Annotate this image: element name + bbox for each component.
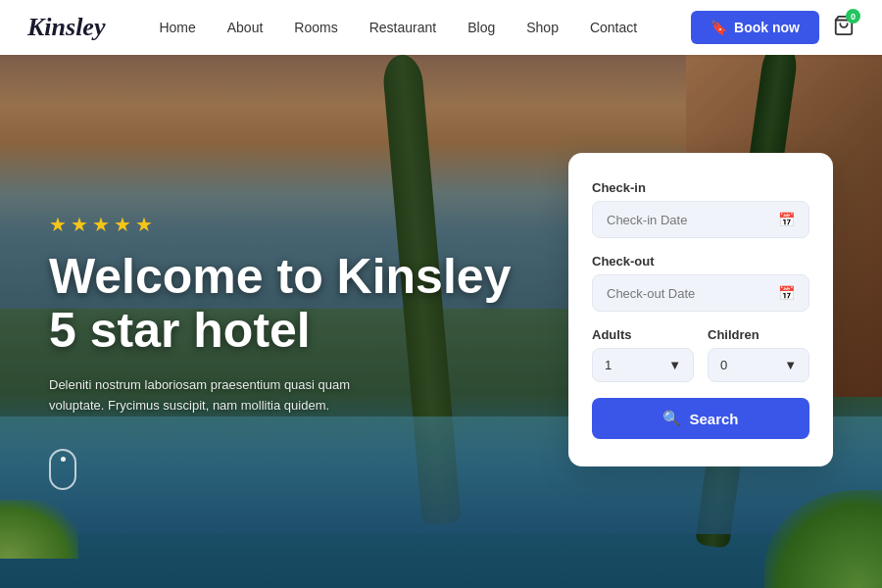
scroll-indicator[interactable]	[49, 449, 76, 490]
hero-content: ★ ★ ★ ★ ★ Welcome to Kinsley 5 star hote…	[49, 213, 511, 416]
checkin-field: Check-in 📅	[592, 180, 809, 238]
nav-shop[interactable]: Shop	[526, 20, 559, 35]
checkin-label: Check-in	[592, 180, 809, 195]
adults-select[interactable]: 1 ▼	[592, 348, 694, 382]
star-2: ★	[71, 213, 88, 236]
brand-logo[interactable]: Kinsley	[27, 13, 105, 42]
nav-about[interactable]: About	[227, 20, 264, 35]
guests-row: Adults 1 ▼ Children 0 ▼	[592, 327, 809, 382]
search-btn-label: Search	[689, 411, 738, 427]
children-label: Children	[708, 327, 809, 342]
checkout-input-wrapper[interactable]: 📅	[592, 274, 809, 312]
checkout-field: Check-out 📅	[592, 254, 809, 312]
nav-links: Home About Rooms Restaurant Blog Shop Co…	[159, 19, 637, 36]
nav-blog[interactable]: Blog	[467, 20, 495, 35]
adults-label: Adults	[592, 327, 694, 342]
book-now-label: Book now	[734, 20, 800, 35]
search-icon: 🔍	[662, 410, 681, 427]
children-select[interactable]: 0 ▼	[708, 348, 809, 382]
navbar-right: 🔖 Book now 0	[691, 11, 855, 44]
book-now-button[interactable]: 🔖 Book now	[691, 11, 819, 44]
adults-field: Adults 1 ▼	[592, 327, 694, 382]
adults-value: 1	[605, 358, 612, 372]
nav-rooms[interactable]: Rooms	[294, 20, 337, 35]
hero-title-line1: Welcome to Kinsley	[49, 249, 511, 304]
star-3: ★	[92, 213, 110, 236]
nav-restaurant[interactable]: Restaurant	[369, 20, 436, 35]
checkout-calendar-icon: 📅	[778, 285, 795, 301]
booking-card: Check-in 📅 Check-out 📅 Adults 1 ▼	[568, 153, 833, 466]
hero-subtitle: Deleniti nostrum laboriosam praesentium …	[49, 375, 402, 416]
hero-title-line2: 5 star hotel	[49, 303, 311, 358]
star-5: ★	[135, 213, 153, 236]
scroll-dot	[61, 457, 66, 462]
star-1: ★	[49, 213, 67, 236]
star-rating: ★ ★ ★ ★ ★	[49, 213, 511, 236]
children-value: 0	[720, 358, 727, 372]
checkin-calendar-icon: 📅	[778, 212, 795, 227]
star-4: ★	[114, 213, 131, 236]
checkin-input-wrapper[interactable]: 📅	[592, 201, 809, 238]
children-dropdown-icon: ▼	[784, 358, 797, 372]
bookmark-icon: 🔖	[710, 20, 727, 35]
checkin-input[interactable]	[607, 213, 778, 227]
children-field: Children 0 ▼	[708, 327, 809, 382]
hero-section: ★ ★ ★ ★ ★ Welcome to Kinsley 5 star hote…	[0, 0, 882, 588]
cart-button[interactable]: 0	[833, 15, 855, 40]
search-button[interactable]: 🔍 Search	[592, 398, 809, 439]
cart-badge: 0	[846, 9, 860, 24]
nav-contact[interactable]: Contact	[590, 20, 637, 35]
checkout-input[interactable]	[607, 286, 778, 301]
checkout-label: Check-out	[592, 254, 809, 269]
adults-dropdown-icon: ▼	[668, 358, 681, 372]
navbar: Kinsley Home About Rooms Restaurant Blog…	[0, 0, 882, 55]
hero-title: Welcome to Kinsley 5 star hotel	[49, 250, 511, 358]
nav-home[interactable]: Home	[159, 20, 195, 35]
